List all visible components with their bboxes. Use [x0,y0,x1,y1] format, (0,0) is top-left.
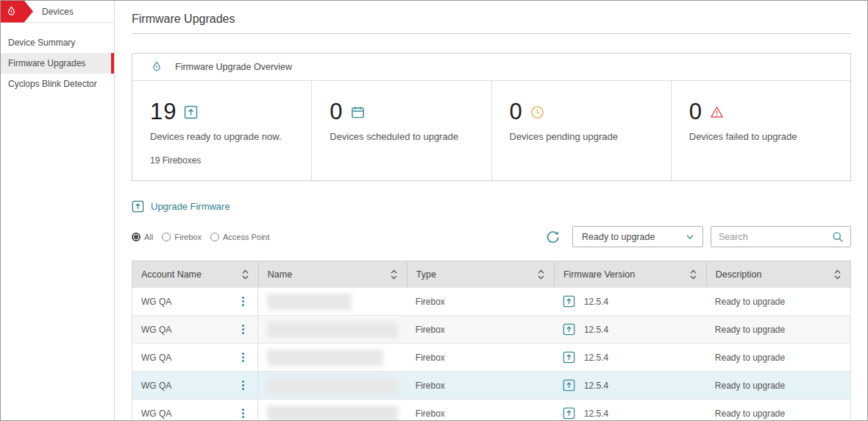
account-name-cell: WG QA [132,288,258,315]
firmware-version: 12.5.4 [584,325,608,335]
stat-value: 0 [510,99,523,125]
radio-firebox[interactable]: Firebox [162,233,202,241]
filter-row: All Firebox Access Point [132,226,851,247]
sort-icon[interactable] [241,269,249,280]
main-content: Firmware Upgrades Firmware Upgrade Overv… [115,1,867,420]
sort-icon[interactable] [833,269,842,280]
device-type-cell: Firebox [407,344,554,371]
search-input[interactable] [713,232,832,242]
device-name-cell [258,344,407,371]
overview-card-header: Firmware Upgrade Overview [132,54,850,81]
search-icon[interactable] [832,231,844,243]
account-name: WG QA [141,408,171,419]
devices-topbar: Devices [1,1,114,23]
stat-label: Devices pending upgrade [510,131,662,142]
refresh-icon [544,229,561,245]
redacted-device-name [267,378,398,394]
stat-pending: 0 Devices pending upgrade [492,81,672,180]
kebab-menu-icon[interactable] [238,296,249,308]
account-name-cell: WG QA [132,400,258,420]
firmware-version-cell: 12.5.4 [554,400,706,420]
overview-card-title: Firmware Upgrade Overview [175,62,292,72]
device-type-radios: All Firebox Access Point [132,233,279,241]
redacted-device-name [267,294,352,310]
redacted-device-name [267,322,398,338]
table-row[interactable]: WG QA Firebox 12.5.4 Ready to upgrade [132,288,850,316]
watchguard-droplet-icon [5,5,18,18]
column-header-type[interactable]: Type [407,261,554,288]
stat-ready-to-upgrade: 19 Devices ready to upgrade now. 19 Fire… [132,81,312,180]
calendar-icon [351,105,365,119]
refresh-button[interactable] [544,229,561,245]
firmware-version: 12.5.4 [584,353,608,363]
upgrade-firmware-button[interactable]: Upgrade Firmware [132,200,230,213]
radio-circle [132,233,140,241]
stat-sublabel: 19 Fireboxes [150,155,302,166]
app-window: Devices Device Summary Firmware Upgrades… [0,0,868,421]
radio-circle [210,233,219,241]
column-header-name[interactable]: Name [258,261,407,288]
firmware-version-cell: 12.5.4 [554,344,706,371]
firmware-version: 12.5.4 [584,381,608,391]
upload-icon [563,379,575,392]
upgrade-firmware-label: Upgrade Firmware [151,201,230,212]
description-cell: Ready to upgrade [706,316,850,343]
account-name-cell: WG QA [132,344,258,371]
device-type-cell: Firebox [407,316,554,343]
table-header: Account Name Name Type Firmware Version … [132,261,851,288]
column-header-description[interactable]: Description [706,261,850,288]
overview-stats: 19 Devices ready to upgrade now. 19 Fire… [132,81,850,180]
description-cell: Ready to upgrade [706,372,850,399]
kebab-menu-icon[interactable] [238,324,249,336]
table-row[interactable]: WG QA Firebox 12.5.4 Ready to upgrade [132,344,850,372]
device-name-cell [258,288,407,315]
devices-table: Account Name Name Type Firmware Version … [132,261,851,420]
account-name: WG QA [141,325,171,335]
radio-label: All [144,233,153,241]
sidebar-item-firmware-upgrades[interactable]: Firmware Upgrades [1,53,114,74]
stat-value: 0 [330,99,343,125]
firmware-overview-card: Firmware Upgrade Overview 19 Devices rea… [132,53,851,181]
sort-icon[interactable] [390,269,398,280]
description-cell: Ready to upgrade [706,344,850,371]
redacted-device-name [267,350,383,366]
sidebar: Devices Device Summary Firmware Upgrades… [1,1,115,420]
table-row[interactable]: WG QA Firebox 12.5.4 Ready to upgrade [132,372,850,400]
upload-icon [563,323,575,336]
device-name-cell [258,316,407,343]
firmware-version-cell: 12.5.4 [554,288,706,315]
radio-all[interactable]: All [132,233,153,241]
sidebar-nav: Device Summary Firmware Upgrades Cyclops… [1,32,114,94]
sort-icon[interactable] [689,269,697,280]
account-name-cell: WG QA [132,316,258,343]
kebab-menu-icon[interactable] [238,380,249,392]
table-row[interactable]: WG QA Firebox 12.5.4 Ready to upgrade [132,400,850,420]
device-type-cell: Firebox [407,372,554,399]
device-type-cell: Firebox [407,400,554,420]
radio-circle [162,233,171,241]
account-name: WG QA [141,381,171,391]
selected-filter-value: Ready to upgrade [582,232,685,242]
upgrade-status-filter-select[interactable]: Ready to upgrade [572,226,703,247]
sidebar-item-device-summary[interactable]: Device Summary [1,32,114,53]
kebab-menu-icon[interactable] [238,352,249,364]
search-box [711,226,851,247]
upload-icon [563,351,575,364]
sidebar-item-cyclops-blink-detector[interactable]: Cyclops Blink Detector [1,74,114,94]
column-header-firmware-version[interactable]: Firmware Version [554,261,706,288]
chevron-down-icon [685,232,695,242]
device-name-cell [258,372,407,399]
description-cell: Ready to upgrade [706,288,850,315]
radio-label: Access Point [223,233,270,241]
upload-icon [563,407,575,420]
redacted-device-name [267,406,398,421]
column-header-account-name[interactable]: Account Name [132,261,258,288]
kebab-menu-icon[interactable] [238,408,249,420]
device-type-cell: Firebox [407,288,554,315]
active-accent-bar [111,53,114,74]
stat-value: 19 [150,99,177,125]
table-row[interactable]: WG QA Firebox 12.5.4 Ready to upgrade [132,316,850,344]
device-name-cell [258,400,407,420]
sort-icon[interactable] [537,269,545,280]
radio-access-point[interactable]: Access Point [210,233,270,241]
